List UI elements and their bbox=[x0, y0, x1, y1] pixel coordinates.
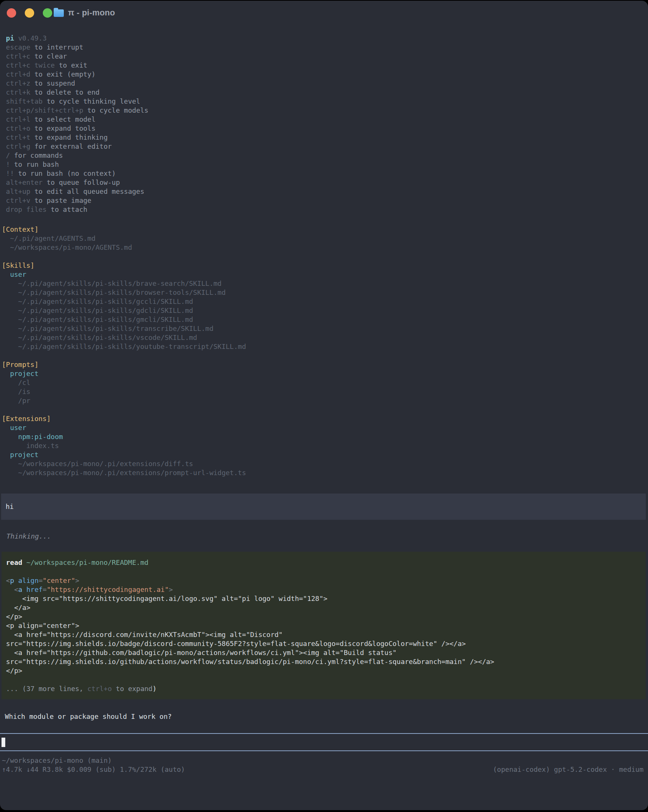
text-segment: < bbox=[6, 577, 10, 585]
terminal-line: ctrl+k to delete to end bbox=[2, 88, 648, 97]
text-segment: </p> bbox=[6, 667, 22, 675]
terminal-line: ctrl+p/shift+ctrl+p to cycle models bbox=[2, 106, 648, 115]
text-segment: ctrl+p/shift+ctrl+p bbox=[2, 106, 83, 114]
status-cwd: ~/workspaces/pi-mono (main) bbox=[2, 756, 643, 765]
text-segment: !! bbox=[2, 169, 14, 177]
terminal-line: project bbox=[2, 450, 648, 459]
terminal-line: ctrl+l to select model bbox=[2, 115, 648, 124]
terminal-line: ctrl+z to suspend bbox=[2, 79, 648, 88]
terminal-line bbox=[6, 567, 646, 576]
text-segment: = bbox=[43, 586, 47, 594]
read-tool-block: read ~/workspaces/pi-mono/README.md<p al… bbox=[2, 552, 646, 699]
user-message-block: hi bbox=[1, 493, 646, 520]
terminal-line: ... (37 more lines, ctrl+o to expand) bbox=[6, 684, 646, 693]
text-segment: ~/.pi/agent/skills/pi-skills/browser-too… bbox=[2, 288, 226, 296]
zoom-button[interactable] bbox=[43, 8, 52, 18]
text-segment: to cycle models bbox=[83, 106, 148, 114]
terminal-line: user bbox=[2, 270, 648, 279]
text-segment: to attach bbox=[47, 205, 87, 213]
terminal-line: src="https://img.shields.io/badge/discor… bbox=[6, 639, 646, 648]
text-segment: to expand tools bbox=[30, 124, 95, 132]
text-segment: user bbox=[2, 270, 26, 278]
text-segment: ctrl+t bbox=[2, 133, 30, 141]
text-segment: /pr bbox=[2, 397, 30, 404]
text-segment: ~/workspaces/pi-mono/AGENTS.md bbox=[2, 243, 132, 251]
text-segment: ~/.pi/agent/skills/pi-skills/gccli/SKILL… bbox=[2, 298, 193, 305]
terminal-line: /cl bbox=[2, 378, 648, 387]
text-segment: [Context] bbox=[2, 225, 39, 233]
terminal-line: ctrl+c twice to exit bbox=[2, 61, 648, 70]
text-segment: [Prompts] bbox=[2, 360, 39, 368]
text-segment: <a href="https://github.com/badlogic/pi-… bbox=[6, 649, 396, 656]
text-segment bbox=[14, 34, 18, 42]
assistant-message: Which module or package should I work on… bbox=[0, 712, 648, 721]
terminal-line: ~/.pi/agent/skills/pi-skills/gdcli/SKILL… bbox=[2, 306, 648, 315]
terminal-line: / for commands bbox=[2, 151, 648, 160]
terminal-line: escape to interrupt bbox=[2, 43, 648, 52]
text-segment: ) bbox=[152, 685, 157, 693]
text-segment: npm:pi-doom bbox=[2, 433, 63, 441]
terminal-line: /is bbox=[2, 387, 648, 396]
text-segment: alt+enter bbox=[2, 179, 43, 186]
text-segment: for external editor bbox=[30, 142, 112, 150]
terminal-line: src="https://img.shields.io/github/actio… bbox=[6, 657, 646, 666]
text-segment: "center" bbox=[43, 577, 75, 585]
status-line: ↑4.7k ↓44 R3.8k $0.009 (sub) 1.7%/272k (… bbox=[2, 765, 643, 774]
text-segment: ~/workspaces/pi-mono/README.md bbox=[22, 559, 148, 566]
terminal-line: ~/.pi/agent/skills/pi-skills/browser-too… bbox=[2, 288, 648, 297]
terminal-line: !! to run bash (no context) bbox=[2, 169, 648, 178]
text-segment: shift+tab bbox=[2, 97, 43, 105]
text-segment: ~/.pi/agent/skills/pi-skills/youtube-tra… bbox=[2, 342, 246, 350]
terminal-line: ctrl+t to expand thinking bbox=[2, 133, 648, 142]
text-segment: p bbox=[10, 577, 18, 585]
text-segment bbox=[2, 34, 6, 42]
close-button[interactable] bbox=[7, 8, 16, 18]
text-segment: <img src="https://shittycodingagent.ai/l… bbox=[6, 595, 327, 603]
text-segment: a bbox=[18, 586, 27, 594]
terminal-line: [Prompts] bbox=[2, 360, 648, 369]
terminal-line: read ~/workspaces/pi-mono/README.md bbox=[6, 558, 646, 567]
terminal-line: shift+tab to cycle thinking level bbox=[2, 97, 648, 106]
text-segment: [Extensions] bbox=[2, 415, 51, 423]
intro-help-lines: pi v0.49.3 escape to interrupt ctrl+c to… bbox=[0, 34, 648, 214]
context-sections: [Context] ~/.pi/agent/AGENTS.md ~/worksp… bbox=[0, 225, 648, 477]
text-segment: v0.49.3 bbox=[18, 34, 47, 42]
text-segment: drop files bbox=[2, 205, 47, 213]
prompt-input[interactable] bbox=[0, 733, 648, 751]
text-segment: to expand thinking bbox=[30, 133, 108, 141]
text-segment: to exit (empty) bbox=[30, 70, 95, 78]
terminal-line: ~/workspaces/pi-mono/.pi/extensions/prom… bbox=[2, 469, 648, 477]
text-segment: pi bbox=[6, 34, 14, 42]
text-segment: to queue follow-up bbox=[43, 179, 120, 186]
minimize-button[interactable] bbox=[25, 8, 34, 18]
text-segment: ~/.pi/agent/skills/pi-skills/vscode/SKIL… bbox=[2, 334, 197, 341]
text-segment: ~/.pi/agent/skills/pi-skills/brave-searc… bbox=[2, 279, 221, 287]
text-segment: </p> bbox=[6, 612, 22, 620]
terminal-line: [Extensions] bbox=[2, 414, 648, 423]
terminal-line: ~/.pi/agent/skills/pi-skills/vscode/SKIL… bbox=[2, 333, 648, 342]
text-segment: ~/.pi/agent/skills/pi-skills/gmcli/SKILL… bbox=[2, 316, 193, 324]
terminal-line bbox=[2, 405, 648, 414]
window-titlebar[interactable]: π - pi-mono bbox=[0, 1, 648, 25]
text-segment: (37 more lines, bbox=[22, 685, 87, 693]
terminal-line: alt+enter to queue follow-up bbox=[2, 178, 648, 187]
text-segment: ctrl+d bbox=[2, 70, 30, 78]
terminal-line: ~/.pi/agent/AGENTS.md bbox=[2, 234, 648, 243]
text-segment: index.ts bbox=[2, 442, 59, 450]
terminal-line: ctrl+d to exit (empty) bbox=[2, 70, 648, 79]
status-bar: ~/workspaces/pi-mono (main) ↑4.7k ↓44 R3… bbox=[0, 756, 648, 774]
status-model: (openai-codex) gpt-5.2-codex · medium bbox=[493, 765, 643, 774]
terminal-line: <a href="https://discord.com/invite/nKXT… bbox=[6, 630, 646, 639]
text-segment: ~/.pi/agent/skills/pi-skills/gdcli/SKILL… bbox=[2, 307, 193, 314]
text-segment: to run bash (no context) bbox=[14, 169, 116, 177]
terminal-line: <a href="https://shittycodingagent.ai"> bbox=[6, 585, 646, 594]
text-segment: ~/workspaces/pi-mono/.pi/extensions/prom… bbox=[2, 469, 246, 476]
terminal-line: user bbox=[2, 423, 648, 432]
text-segment: src="https://img.shields.io/badge/discor… bbox=[6, 640, 466, 647]
terminal-line: project bbox=[2, 369, 648, 378]
text-segment: to run bash bbox=[10, 160, 59, 168]
terminal-line: index.ts bbox=[2, 441, 648, 450]
terminal-line: /pr bbox=[2, 396, 648, 405]
text-segment: href bbox=[26, 586, 43, 594]
terminal-line: ctrl+g for external editor bbox=[2, 142, 648, 151]
